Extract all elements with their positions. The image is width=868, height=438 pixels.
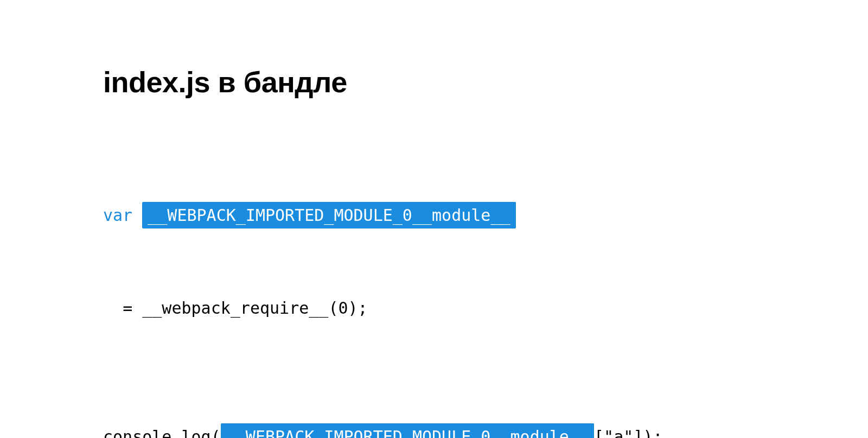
highlight-module-ref: __WEBPACK_IMPORTED_MODULE_0__module__ — [221, 423, 594, 438]
code-line-3: console.log(__WEBPACK_IMPORTED_MODULE_0_… — [103, 423, 868, 438]
keyword-var: var — [103, 206, 132, 225]
code-line-2: = __webpack_require__(0); — [103, 296, 868, 320]
code-text: = __webpack_require__(0); — [123, 299, 368, 318]
code-line-1: var __WEBPACK_IMPORTED_MODULE_0__module_… — [103, 202, 868, 228]
highlight-module-var: __WEBPACK_IMPORTED_MODULE_0__module__ — [142, 202, 515, 228]
code-block: var __WEBPACK_IMPORTED_MODULE_0__module_… — [103, 153, 868, 438]
slide-title: index.js в бандле — [103, 65, 868, 99]
code-prefix: console.log( — [103, 427, 221, 438]
indent — [103, 296, 123, 320]
slide: index.js в бандле var __WEBPACK_IMPORTED… — [0, 0, 868, 438]
code-suffix: ["a"]); — [594, 427, 662, 438]
